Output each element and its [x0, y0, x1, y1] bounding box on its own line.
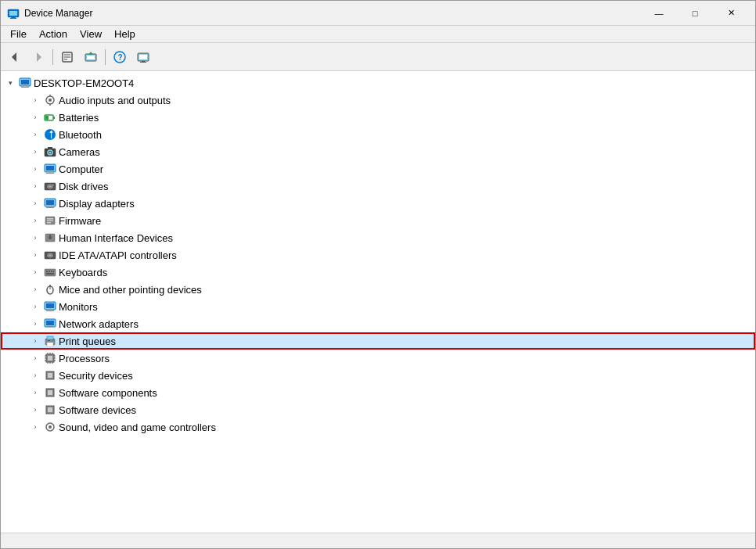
monitors-expand-icon[interactable]: › [29, 300, 41, 313]
tree-item-hid[interactable]: › Human Interface Devices [1, 229, 755, 246]
svg-rect-72 [46, 321, 54, 325]
svg-point-78 [52, 339, 54, 341]
help-button[interactable]: ? [109, 46, 131, 68]
hid-expand-icon[interactable]: › [29, 231, 41, 244]
hid-icon [44, 231, 56, 244]
svg-rect-46 [48, 206, 52, 207]
svg-rect-18 [140, 62, 146, 63]
window-controls: — □ ✕ [641, 1, 749, 26]
processors-expand-icon[interactable]: › [29, 352, 41, 364]
print-expand-icon[interactable]: › [29, 335, 41, 347]
svg-rect-94 [48, 373, 52, 378]
toolbar: ? [1, 43, 755, 71]
keyboards-expand-icon[interactable]: › [29, 266, 41, 278]
svg-rect-35 [48, 147, 52, 149]
disk-expand-icon[interactable]: › [29, 180, 41, 192]
tree-item-disk[interactable]: › Disk drives [1, 178, 755, 195]
ide-icon [44, 249, 56, 261]
svg-rect-61 [51, 271, 52, 272]
disk-icon [44, 180, 56, 192]
status-bar [1, 533, 755, 548]
menu-view[interactable]: View [74, 27, 108, 41]
forward-button[interactable] [27, 46, 49, 68]
display-label: Display adapters [59, 198, 135, 210]
tree-item-processors[interactable]: › [1, 350, 755, 367]
svg-point-34 [49, 152, 52, 154]
svg-rect-76 [47, 343, 53, 346]
firmware-expand-icon[interactable]: › [29, 214, 41, 227]
tree-item-ide[interactable]: › IDE ATA/ATAPI controllers [1, 246, 755, 264]
svg-rect-73 [48, 327, 52, 328]
menu-help[interactable]: Help [108, 27, 142, 41]
processors-label: Processors [59, 353, 110, 364]
sound-expand-icon[interactable]: › [29, 421, 41, 433]
display-expand-icon[interactable]: › [29, 197, 41, 210]
svg-rect-50 [47, 221, 53, 222]
mice-label: Mice and other pointing devices [59, 284, 202, 296]
display-icon [44, 197, 56, 210]
batteries-expand-icon[interactable]: › [29, 111, 41, 124]
tree-item-monitors[interactable]: › Monitors [1, 298, 755, 315]
root-label: DESKTOP-EM2OOT4 [34, 77, 134, 89]
maximize-button[interactable]: □ [677, 1, 713, 26]
tree-item-softcomp[interactable]: › Software components [1, 384, 755, 401]
tree-root[interactable]: ▾ DESKTOP-EM2OOT4 [1, 74, 755, 92]
svg-rect-39 [46, 173, 54, 174]
audio-label: Audio inputs and outputs [59, 95, 171, 106]
tree-item-sound[interactable]: › Sound, video and game controllers [1, 418, 755, 436]
tree-item-computer[interactable]: › Computer [1, 160, 755, 178]
tree-item-bluetooth[interactable]: › ⭡ Bluetooth [1, 126, 755, 143]
scan-button[interactable] [132, 46, 154, 68]
update-driver-button[interactable] [80, 46, 102, 68]
svg-rect-68 [46, 303, 54, 308]
properties-button[interactable] [56, 46, 78, 68]
window-title: Device Manager [24, 8, 641, 19]
softdev-label: Software devices [59, 404, 136, 416]
computer-label: Computer [59, 163, 103, 175]
svg-point-100 [49, 425, 52, 429]
tree-item-firmware[interactable]: › Firmware [1, 212, 755, 229]
minimize-button[interactable]: — [641, 1, 677, 26]
mice-expand-icon[interactable]: › [29, 283, 41, 296]
root-expand-icon[interactable]: ▾ [4, 77, 16, 89]
softdev-expand-icon[interactable]: › [29, 404, 41, 416]
tree-item-cameras[interactable]: › Cameras [1, 143, 755, 160]
tree-panel[interactable]: ▾ DESKTOP-EM2OOT4 › [1, 71, 755, 533]
softcomp-expand-icon[interactable]: › [29, 386, 41, 399]
bluetooth-label: Bluetooth [59, 129, 102, 141]
tree-item-audio[interactable]: › Audio inputs and outputs [1, 92, 755, 109]
svg-rect-77 [48, 340, 50, 341]
tree-item-batteries[interactable]: › Batteries [1, 109, 755, 126]
svg-rect-69 [48, 310, 52, 310]
tree-item-keyboards[interactable]: › Keyboards [1, 264, 755, 281]
svg-rect-49 [47, 218, 53, 220]
svg-point-66 [49, 285, 51, 286]
network-expand-icon[interactable]: › [29, 318, 41, 330]
svg-rect-47 [46, 207, 54, 208]
audio-expand-icon[interactable]: › [29, 94, 41, 106]
close-button[interactable]: ✕ [713, 1, 749, 26]
computer-expand-icon[interactable]: › [29, 163, 41, 175]
security-expand-icon[interactable]: › [29, 369, 41, 382]
menu-action[interactable]: Action [33, 27, 74, 41]
tree-item-print[interactable]: › Print queues [1, 332, 755, 350]
mouse-icon [44, 283, 56, 296]
tree-item-mice[interactable]: › Mice and other pointing devices [1, 281, 755, 298]
toolbar-sep-1 [52, 49, 53, 65]
tree-item-softdev[interactable]: › Software devices [1, 401, 755, 418]
svg-marker-12 [88, 52, 93, 55]
audio-icon [44, 94, 56, 106]
tree-item-security[interactable]: › Security devices [1, 367, 755, 384]
menu-file[interactable]: File [4, 27, 33, 41]
cameras-expand-icon[interactable]: › [29, 145, 41, 158]
print-label: Print queues [59, 336, 116, 347]
back-button[interactable] [4, 46, 26, 68]
tree-item-network[interactable]: › Network adapters [1, 315, 755, 332]
softcomp-label: Software components [59, 387, 157, 399]
svg-rect-60 [49, 271, 50, 272]
ide-expand-icon[interactable]: › [29, 249, 41, 261]
bluetooth-expand-icon[interactable]: › [29, 128, 41, 141]
svg-rect-20 [21, 80, 29, 84]
tree-item-display[interactable]: › Display adapters [1, 195, 755, 212]
svg-rect-3 [10, 18, 16, 19]
